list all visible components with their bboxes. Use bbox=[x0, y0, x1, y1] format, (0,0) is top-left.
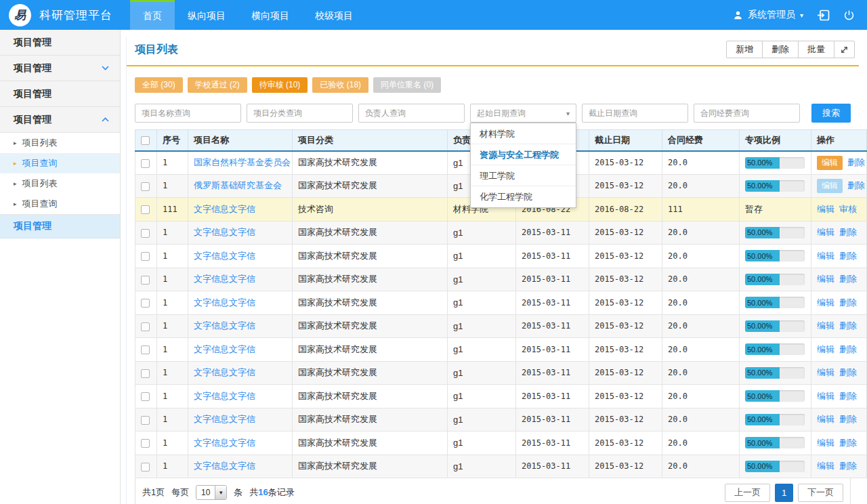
fund-cell: 20.0 bbox=[662, 432, 740, 455]
edit-button[interactable]: 编辑 bbox=[817, 273, 834, 285]
dropdown-option-1[interactable]: 资源与安全工程学院 bbox=[471, 144, 576, 165]
dropdown-option-2[interactable]: 理工学院 bbox=[471, 165, 576, 186]
nav-tab-2[interactable]: 横向项目 bbox=[238, 0, 302, 30]
expand-arrows-icon[interactable] bbox=[834, 41, 855, 58]
edit-button[interactable]: 编辑 bbox=[817, 179, 843, 193]
nav-tab-1[interactable]: 纵向项目 bbox=[175, 0, 238, 30]
filter-tab-1[interactable]: 学校通过 (2) bbox=[188, 77, 247, 93]
project-name-link[interactable]: 文字信息文字信 bbox=[194, 204, 255, 214]
edit-button[interactable]: 编辑 bbox=[817, 297, 834, 309]
exit-icon[interactable] bbox=[817, 9, 830, 21]
sidebar-subitem-3-3[interactable]: ▸项目查询 bbox=[0, 194, 120, 214]
project-category-input[interactable] bbox=[247, 104, 353, 123]
project-name-link[interactable]: 文字信息文字信 bbox=[194, 227, 255, 237]
select-all-checkbox[interactable] bbox=[141, 136, 150, 145]
row-checkbox[interactable] bbox=[141, 416, 150, 425]
owner-input[interactable] bbox=[358, 104, 465, 123]
edit-button[interactable]: 编辑 bbox=[817, 250, 834, 262]
toolbar-button-1[interactable]: 删除 bbox=[762, 41, 799, 58]
row-actions: 编辑删除 bbox=[817, 250, 861, 262]
project-name-link[interactable]: 文字信息文字信 bbox=[194, 391, 255, 401]
filter-tab-4[interactable]: 同单位重名 (0) bbox=[373, 77, 441, 93]
sidebar-item-4[interactable]: 项目管理 bbox=[0, 214, 120, 238]
row-checkbox[interactable] bbox=[141, 205, 150, 214]
toolbar-button-0[interactable]: 新增 bbox=[726, 41, 763, 58]
delete-button[interactable]: 删除 bbox=[839, 297, 857, 309]
project-name-link[interactable]: 文字信息文字信 bbox=[194, 438, 255, 448]
delete-button[interactable]: 删除 bbox=[839, 413, 857, 425]
power-icon[interactable] bbox=[843, 9, 855, 21]
sidebar-item-1[interactable]: 项目管理 bbox=[0, 56, 120, 81]
nav-tab-3[interactable]: 校级项目 bbox=[302, 0, 366, 30]
edit-button[interactable]: 编辑 bbox=[817, 343, 834, 356]
delete-button[interactable]: 删除 bbox=[839, 390, 857, 402]
search-button[interactable]: 搜索 bbox=[811, 104, 851, 123]
row-checkbox[interactable] bbox=[141, 345, 150, 354]
filter-tab-3[interactable]: 已验收 (18) bbox=[312, 77, 368, 93]
prev-page-button[interactable]: 上一页 bbox=[725, 484, 770, 502]
row-checkbox[interactable] bbox=[141, 252, 150, 261]
nav-tab-0[interactable]: 首页 bbox=[130, 0, 175, 30]
edit-button[interactable]: 编辑 bbox=[817, 413, 834, 425]
delete-button[interactable]: 删除 bbox=[839, 250, 857, 262]
project-name-link[interactable]: 文字信息文字信 bbox=[194, 274, 255, 284]
project-name-link[interactable]: 文字信息文字信 bbox=[194, 461, 255, 471]
edit-button[interactable]: 编辑 bbox=[817, 226, 834, 238]
edit-button[interactable]: 编辑 bbox=[817, 203, 834, 215]
project-name-link[interactable]: 文字信息文字信 bbox=[194, 251, 255, 261]
delete-button[interactable]: 删除 bbox=[847, 156, 865, 169]
project-name-link[interactable]: 文字信息文字信 bbox=[194, 320, 255, 331]
project-name-link[interactable]: 国家自然科学基金委员会 bbox=[194, 157, 291, 167]
filter-tab-2[interactable]: 待审核 (10) bbox=[252, 77, 308, 93]
next-page-button[interactable]: 下一页 bbox=[798, 484, 843, 502]
sidebar-subitem-3-1[interactable]: ▸项目查询 bbox=[0, 153, 120, 173]
row-checkbox[interactable] bbox=[141, 159, 150, 168]
dropdown-option-3[interactable]: 化学工程学院 bbox=[471, 186, 576, 207]
edit-button[interactable]: 编辑 bbox=[817, 156, 843, 170]
sidebar-item-3[interactable]: 项目管理 bbox=[0, 107, 120, 133]
delete-button[interactable]: 删除 bbox=[839, 320, 857, 332]
edit-button[interactable]: 编辑 bbox=[817, 320, 834, 332]
start-date-select[interactable]: 起始日期查询 ▾ bbox=[470, 104, 576, 123]
row-checkbox[interactable] bbox=[141, 182, 150, 191]
toolbar-button-2[interactable]: 批量 bbox=[798, 41, 834, 58]
row-checkbox[interactable] bbox=[141, 229, 150, 238]
sidebar-subitem-3-0[interactable]: ▸项目列表 bbox=[0, 133, 120, 153]
filter-tab-0[interactable]: 全部 (30) bbox=[135, 77, 183, 93]
row-checkbox[interactable] bbox=[141, 369, 150, 378]
row-checkbox[interactable] bbox=[141, 392, 150, 401]
delete-button[interactable]: 删除 bbox=[839, 366, 857, 379]
row-checkbox[interactable] bbox=[141, 276, 150, 285]
contract-fund-input[interactable] bbox=[694, 104, 800, 123]
end-date-input[interactable] bbox=[582, 104, 688, 123]
project-name-link[interactable]: 文字信息文字信 bbox=[194, 297, 255, 308]
project-name-link[interactable]: 文字信息文字信 bbox=[194, 414, 255, 424]
project-name-link[interactable]: 文字信息文字信 bbox=[194, 367, 255, 377]
delete-button[interactable]: 删除 bbox=[839, 343, 857, 356]
row-checkbox[interactable] bbox=[141, 439, 150, 448]
current-page-button[interactable]: 1 bbox=[775, 484, 793, 502]
row-checkbox[interactable] bbox=[141, 463, 150, 471]
project-name-input[interactable] bbox=[135, 104, 241, 123]
user-menu[interactable]: 系统管理员 ▾ bbox=[733, 9, 803, 21]
delete-button[interactable]: 删除 bbox=[839, 437, 857, 449]
review-button[interactable]: 审核 bbox=[839, 203, 857, 215]
dropdown-option-0[interactable]: 材料学院 bbox=[471, 123, 576, 144]
delete-button[interactable]: 删除 bbox=[839, 273, 857, 285]
edit-button[interactable]: 编辑 bbox=[817, 437, 834, 449]
delete-button[interactable]: 删除 bbox=[847, 180, 865, 192]
project-name-link[interactable]: 俄罗斯基础研究基金会 bbox=[194, 180, 282, 190]
sidebar-item-0[interactable]: 项目管理 bbox=[0, 30, 120, 56]
project-name-link[interactable]: 文字信息文字信 bbox=[194, 344, 255, 354]
page-size-select[interactable]: 10 ▼ bbox=[196, 485, 227, 500]
delete-button[interactable]: 删除 bbox=[839, 460, 857, 472]
sidebar-subitem-3-2[interactable]: ▸项目列表 bbox=[0, 173, 120, 194]
row-checkbox[interactable] bbox=[141, 299, 150, 308]
edit-button[interactable]: 编辑 bbox=[817, 460, 834, 472]
row-checkbox[interactable] bbox=[141, 322, 150, 331]
edit-button[interactable]: 编辑 bbox=[817, 366, 834, 379]
sidebar-item-2[interactable]: 项目管理 bbox=[0, 81, 120, 107]
edit-button[interactable]: 编辑 bbox=[817, 390, 834, 402]
table-row: 1文字信息文字信国家高技术研究发展g12015-03-112015-03-122… bbox=[135, 221, 867, 245]
delete-button[interactable]: 删除 bbox=[839, 226, 857, 238]
